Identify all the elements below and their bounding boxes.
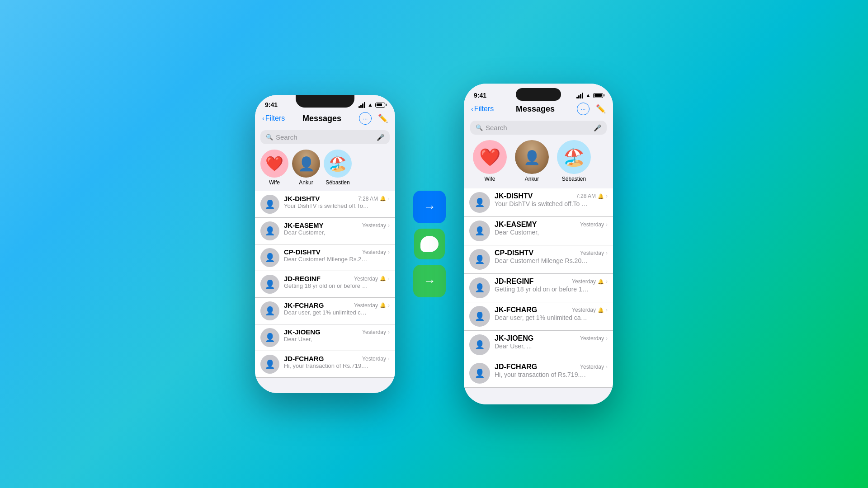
pinned-ankur-old[interactable]: Ankur (292, 150, 320, 186)
msg-avatar: 👤 (260, 195, 279, 214)
msg-time: Yesterday (354, 302, 378, 309)
table-row[interactable]: 👤 JK-JIOENG Yesterday › Dear User, ... (464, 331, 613, 359)
search-bar-new[interactable]: 🔍 Search 🎤 (470, 121, 607, 135)
nav-icons-old: ··· ✏️ (359, 112, 388, 125)
compose-button-new[interactable]: ✏️ (596, 104, 606, 114)
msg-preview: Dear Customer, (495, 229, 590, 236)
more-button-new[interactable]: ··· (577, 103, 590, 115)
signal-icon (359, 102, 365, 108)
msg-time: Yesterday (572, 307, 596, 313)
msg-sender: JK-JIOENG (495, 334, 533, 343)
mic-icon-new: 🎤 (594, 124, 601, 131)
table-row[interactable]: 👤 JK-EASEMY Yesterday › Dear Customer, (464, 217, 613, 245)
messages-app-icon (414, 229, 445, 259)
search-bar-old[interactable]: 🔍 Search 🎤 (260, 130, 390, 144)
nav-bar-old: ‹ Filters Messages ··· ✏️ (255, 110, 395, 128)
msg-sender: JD-REGINF (284, 275, 321, 282)
middle-icons: → → (413, 191, 446, 297)
seb-name-new: Sébastien (562, 176, 586, 182)
nav-title-old: Messages (285, 114, 359, 123)
table-row[interactable]: 👤 CP-DISHTV Yesterday › Dear Customer! M… (255, 244, 395, 271)
arrow-right-green: → (413, 265, 446, 297)
more-button-old[interactable]: ··· (359, 112, 372, 125)
table-row[interactable]: 👤 JD-FCHARG Yesterday › Hi, your transac… (464, 359, 613, 388)
msg-content: JK-JIOENG Yesterday › Dear User, ... (495, 334, 608, 350)
pinned-wife-old[interactable]: ❤️ Wife (260, 150, 288, 186)
table-row[interactable]: 👤 JK-DISHTV 7:28 AM 🔔 › Your DishTV is s… (255, 191, 395, 218)
msg-content: CP-DISHTV Yesterday › Dear Customer! Mil… (495, 249, 608, 264)
msg-time: 7:28 AM (358, 196, 378, 202)
msg-sender: JD-FCHARG (284, 355, 324, 362)
msg-time: 7:28 AM (576, 193, 596, 199)
msg-avatar: 👤 (469, 192, 490, 213)
msg-time: Yesterday (580, 364, 604, 370)
msg-content: JK-DISHTV 7:28 AM 🔔 › Your DishTV is swi… (284, 195, 390, 209)
msg-preview: Hi, your transaction of Rs.719.00 at Fre… (284, 362, 370, 369)
msg-sender: JK-EASEMY (284, 221, 324, 229)
pinned-row-new: ❤️ Wife Ankur 🏖️ Sébastien (464, 138, 613, 188)
chevron-icon: › (388, 222, 390, 229)
search-icon-old: 🔍 (266, 134, 273, 141)
bell-icon: 🔔 (598, 307, 604, 313)
msg-content: JK-FCHARG Yesterday 🔔 › Dear user, get 1… (284, 301, 390, 316)
table-row[interactable]: 👤 JK-DISHTV 7:28 AM 🔔 › Your DishTV is s… (464, 188, 613, 217)
back-label-new: Filters (474, 105, 494, 113)
table-row[interactable]: 👤 JK-EASEMY Yesterday › Dear Customer, (255, 218, 395, 244)
pinned-seb-new[interactable]: 🏖️ Sébastien (557, 140, 591, 182)
compose-button-old[interactable]: ✏️ (378, 113, 388, 123)
msg-time: Yesterday (580, 335, 604, 342)
msg-sender: JK-EASEMY (495, 221, 537, 229)
time-old: 9:41 (265, 101, 278, 108)
arrow-right-icon: → (423, 200, 436, 214)
back-button-old[interactable]: ‹ Filters (262, 114, 285, 122)
msg-content: JD-FCHARG Yesterday › Hi, your transacti… (495, 363, 608, 378)
chevron-icon: › (606, 364, 608, 370)
status-icons-new: ▲ (576, 92, 603, 99)
msg-avatar: 👤 (469, 221, 490, 241)
pinned-wife-new[interactable]: ❤️ Wife (473, 140, 507, 182)
message-list-new: 👤 JK-DISHTV 7:28 AM 🔔 › Your DishTV is s… (464, 188, 613, 388)
table-row[interactable]: 👤 JD-REGINF Yesterday 🔔 › Getting 18 yr … (255, 271, 395, 298)
msg-content: JK-JIOENG Yesterday › Dear User, (284, 328, 390, 343)
msg-content: JK-DISHTV 7:28 AM 🔔 › Your DishTV is swi… (495, 192, 608, 207)
msg-avatar: 👤 (260, 301, 279, 320)
table-row[interactable]: 👤 CP-DISHTV Yesterday › Dear Customer! M… (464, 245, 613, 274)
msg-preview: Your DishTV is switched off.To get 3xtra… (284, 202, 370, 209)
chevron-icon: › (606, 335, 608, 342)
table-row[interactable]: 👤 JD-REGINF Yesterday 🔔 › Getting 18 yr … (464, 274, 613, 302)
back-button-new[interactable]: ‹ Filters (471, 105, 494, 113)
bell-icon: 🔔 (598, 193, 604, 199)
chevron-icon: › (606, 193, 608, 199)
msg-avatar: 👤 (469, 277, 490, 298)
chevron-icon: › (388, 249, 390, 255)
seb-name-old: Sébastien (326, 179, 349, 186)
msg-content: JK-FCHARG Yesterday 🔔 › Dear user, get 1… (495, 306, 608, 321)
msg-preview: Dear Customer, (284, 229, 370, 236)
table-row[interactable]: 👤 JK-JIOENG Yesterday › Dear User, (255, 324, 395, 351)
msg-avatar: 👤 (260, 328, 279, 347)
bell-icon: 🔔 (380, 276, 386, 282)
pinned-seb-old[interactable]: 🏖️ Sébastien (324, 150, 352, 186)
msg-time: Yesterday (362, 329, 386, 335)
time-new: 9:41 (474, 92, 486, 99)
msg-content: JD-REGINF Yesterday 🔔 › Getting 18 yr ol… (284, 275, 390, 289)
table-row[interactable]: 👤 JD-FCHARG Yesterday › Hi, your transac… (255, 351, 395, 378)
table-row[interactable]: 👤 JK-FCHARG Yesterday 🔔 › Dear user, get… (255, 298, 395, 324)
avatar-seb-new: 🏖️ (557, 140, 591, 174)
wife-name-old: Wife (269, 179, 280, 186)
msg-avatar: 👤 (260, 355, 279, 374)
wifi-icon: ▲ (368, 102, 373, 108)
msg-preview: Dear user, get 1% unlimited cashback on … (284, 309, 370, 316)
avatar-wife-new: ❤️ (473, 140, 507, 174)
table-row[interactable]: 👤 JK-FCHARG Yesterday 🔔 › Dear user, get… (464, 302, 613, 331)
chevron-icon: › (606, 250, 608, 256)
dynamic-island (516, 88, 561, 101)
msg-sender: JK-DISHTV (495, 192, 533, 200)
chevron-icon: › (388, 329, 390, 335)
avatar-ankur-old (292, 150, 320, 178)
msg-content: CP-DISHTV Yesterday › Dear Customer! Mil… (284, 248, 390, 263)
chevron-icon: › (388, 196, 390, 202)
msg-preview: Dear user, get 1% unlimited cashback on … (495, 314, 590, 321)
pinned-ankur-new[interactable]: Ankur (515, 140, 549, 182)
msg-time: Yesterday (362, 222, 386, 229)
